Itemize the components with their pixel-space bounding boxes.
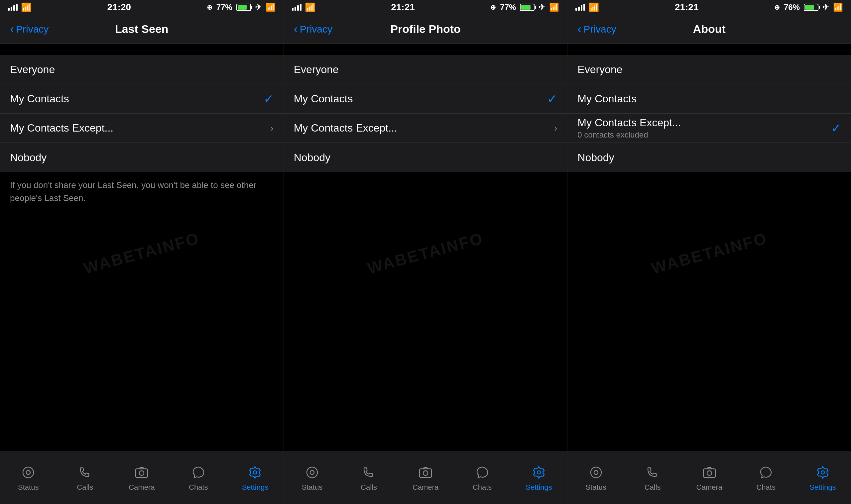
list-item-label-1-1: My Contacts bbox=[10, 93, 264, 105]
check-icon-1-1: ✓ bbox=[264, 92, 273, 106]
tab-settings-1[interactable]: Settings bbox=[227, 451, 284, 504]
tab-chats-3[interactable]: Chats bbox=[738, 451, 795, 504]
back-label-1: Privacy bbox=[16, 23, 49, 35]
list-item-3-2[interactable]: My Contacts Except... 0 contacts exclude… bbox=[567, 114, 851, 143]
tab-label-camera-3: Camera bbox=[696, 483, 722, 492]
status-right-3: ⊕ 76% ✈ 📶 bbox=[774, 3, 843, 12]
list-item-2-1[interactable]: My Contacts ✓ bbox=[284, 84, 567, 114]
tab-calls-1[interactable]: Calls bbox=[57, 451, 114, 504]
tab-calls-3[interactable]: Calls bbox=[624, 451, 681, 504]
tab-label-status-2: Status bbox=[302, 483, 322, 492]
tab-label-camera-1: Camera bbox=[129, 483, 155, 492]
list-item-label-2-0: Everyone bbox=[294, 64, 557, 76]
svg-point-0 bbox=[23, 467, 34, 478]
list-item-3-0[interactable]: Everyone bbox=[567, 55, 851, 84]
nav-bar-wrapper-2: ‹ Privacy Profile Photo bbox=[294, 23, 557, 35]
wifi-icon-2: 📶 bbox=[305, 2, 316, 13]
list-section-2: Everyone My Contacts ✓ My Contacts Excep… bbox=[284, 55, 567, 172]
tab-settings-2[interactable]: Settings bbox=[511, 451, 567, 504]
battery-icon-3 bbox=[804, 4, 818, 11]
screen-last-seen: 📶 21:20 ⊕ 77% ✈ 📶 ‹ Privacy Last Seen bbox=[0, 0, 284, 451]
back-label-3: Privacy bbox=[583, 23, 616, 35]
tab-label-calls-1: Calls bbox=[77, 483, 93, 492]
note-text-1: If you don't share your Last Seen, you w… bbox=[0, 172, 284, 211]
tab-label-calls-3: Calls bbox=[644, 483, 661, 492]
tab-status-1[interactable]: Status bbox=[0, 451, 57, 504]
tab-camera-3[interactable]: Camera bbox=[681, 451, 738, 504]
svg-point-4 bbox=[253, 471, 256, 474]
airplane-icon-3: ✈ bbox=[822, 3, 829, 12]
svg-point-10 bbox=[591, 467, 601, 478]
status-bar-1: 📶 21:20 ⊕ 77% ✈ 📶 bbox=[0, 0, 284, 15]
tab-label-chats-1: Chats bbox=[189, 483, 208, 492]
tab-settings-3[interactable]: Settings bbox=[794, 451, 851, 504]
tab-label-status-1: Status bbox=[18, 483, 39, 492]
tab-chats-1[interactable]: Chats bbox=[170, 451, 227, 504]
list-item-1-1[interactable]: My Contacts ✓ bbox=[0, 84, 284, 114]
wifi-icon-3: 📶 bbox=[588, 2, 599, 13]
list-item-1-0[interactable]: Everyone bbox=[0, 55, 284, 84]
list-item-2-2[interactable]: My Contacts Except... › bbox=[284, 114, 567, 143]
tab-status-3[interactable]: Status bbox=[567, 451, 624, 504]
list-item-2-3[interactable]: Nobody bbox=[284, 143, 567, 172]
nav-back-3[interactable]: ‹ Privacy bbox=[578, 23, 616, 35]
list-item-3-1[interactable]: My Contacts bbox=[567, 84, 851, 114]
list-section-1: Everyone My Contacts ✓ My Contacts Excep… bbox=[0, 55, 284, 172]
tab-label-camera-2: Camera bbox=[412, 483, 439, 492]
tab-chats-2[interactable]: Chats bbox=[454, 451, 511, 504]
signal-icon-3 bbox=[575, 4, 585, 11]
back-chevron-3: ‹ bbox=[578, 23, 581, 35]
spacer-3 bbox=[567, 44, 851, 55]
nav-back-2[interactable]: ‹ Privacy bbox=[294, 23, 333, 35]
list-item-label-3-1: My Contacts bbox=[578, 93, 841, 105]
tab-camera-1[interactable]: Camera bbox=[113, 451, 170, 504]
location-icon-2: ⊕ bbox=[490, 3, 496, 11]
signal-icon-1 bbox=[8, 4, 18, 11]
time-1: 21:20 bbox=[107, 2, 131, 13]
time-3: 21:21 bbox=[675, 2, 699, 13]
status-left-1: 📶 bbox=[8, 2, 32, 13]
screen-about: 📶 21:21 ⊕ 76% ✈ 📶 ‹ Privacy About bbox=[567, 0, 851, 451]
svg-point-3 bbox=[139, 471, 144, 475]
spacer-1 bbox=[0, 44, 284, 55]
screen-content-3: WABETAINFO Everyone My Contacts My Conta… bbox=[567, 55, 851, 451]
battery-percent-1: 77% bbox=[216, 3, 232, 12]
camera-icon-1 bbox=[133, 464, 150, 481]
wifi-icon-1: 📶 bbox=[21, 2, 32, 13]
svg-point-14 bbox=[821, 471, 825, 474]
tab-label-status-3: Status bbox=[585, 483, 606, 492]
svg-rect-2 bbox=[136, 469, 147, 478]
list-item-1-3[interactable]: Nobody bbox=[0, 143, 284, 172]
status-left-2: 📶 bbox=[292, 2, 316, 13]
nav-bar-wrapper-3: ‹ Privacy About bbox=[578, 23, 841, 35]
chevron-icon-1-2: › bbox=[270, 123, 273, 133]
list-item-1-2[interactable]: My Contacts Except... › bbox=[0, 114, 284, 143]
nav-back-1[interactable]: ‹ Privacy bbox=[10, 23, 49, 35]
list-item-2-0[interactable]: Everyone bbox=[284, 55, 567, 84]
svg-rect-7 bbox=[420, 469, 431, 478]
chats-icon-3 bbox=[757, 464, 775, 481]
status-bar-3: 📶 21:21 ⊕ 76% ✈ 📶 bbox=[567, 0, 851, 15]
calls-icon-2 bbox=[360, 464, 377, 481]
list-item-label-1-3: Nobody bbox=[10, 151, 273, 164]
svg-point-5 bbox=[307, 467, 317, 478]
tab-camera-2[interactable]: Camera bbox=[397, 451, 454, 504]
settings-icon-3 bbox=[814, 464, 831, 481]
svg-rect-12 bbox=[704, 469, 715, 478]
spacer-2 bbox=[284, 44, 567, 55]
nav-bar-1: ‹ Privacy Last Seen bbox=[0, 15, 284, 44]
list-item-3-3[interactable]: Nobody bbox=[567, 143, 851, 172]
list-section-3: Everyone My Contacts My Contacts Except.… bbox=[567, 55, 851, 172]
chats-icon-2 bbox=[474, 464, 491, 481]
back-label-2: Privacy bbox=[300, 23, 333, 35]
status-icon-2 bbox=[303, 464, 321, 481]
tab-calls-2[interactable]: Calls bbox=[340, 451, 397, 504]
check-icon-2-1: ✓ bbox=[547, 92, 557, 106]
camera-icon-3 bbox=[701, 464, 718, 481]
tab-status-2[interactable]: Status bbox=[284, 451, 341, 504]
location-icon-3: ⊕ bbox=[774, 3, 780, 11]
calls-icon-3 bbox=[644, 464, 661, 481]
settings-icon-2 bbox=[530, 464, 548, 481]
wifi-icon-3b: 📶 bbox=[833, 3, 843, 12]
list-item-label-2-1: My Contacts bbox=[294, 93, 548, 105]
